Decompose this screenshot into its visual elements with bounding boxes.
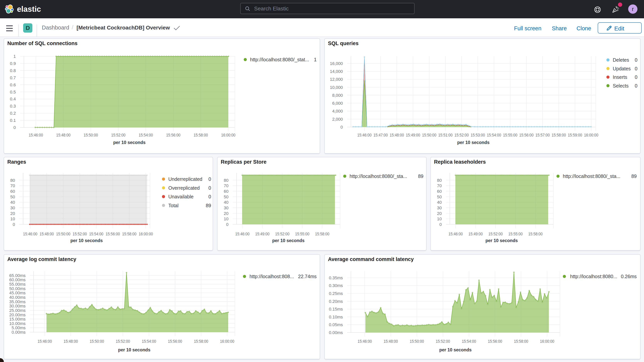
svg-text:55.00ms: 55.00ms: [9, 282, 26, 287]
svg-text:16,000: 16,000: [330, 61, 343, 66]
svg-text:0: 0: [14, 125, 16, 130]
svg-text:per 10 seconds: per 10 seconds: [457, 140, 489, 145]
svg-text:Ranges: Ranges: [7, 159, 26, 165]
svg-text:15:56:00: 15:56:00: [168, 339, 182, 344]
svg-text:Replicas per Store: Replicas per Store: [221, 159, 266, 165]
svg-text:15:52:00: 15:52:00: [436, 339, 450, 344]
svg-text:15:52:00: 15:52:00: [116, 339, 130, 344]
svg-text:15:46:00: 15:46:00: [29, 132, 43, 138]
svg-text:15:46:00: 15:46:00: [358, 339, 372, 344]
svg-text:12,000: 12,000: [330, 77, 343, 82]
svg-text:15:49:00: 15:49:00: [255, 232, 270, 236]
svg-text:15:52:00: 15:52:00: [454, 132, 469, 138]
svg-text:0.9: 0.9: [10, 61, 16, 66]
svg-text:25.00ms: 25.00ms: [9, 308, 26, 313]
svg-text:http://localhost:8080/_sta...: http://localhost:8080/_sta...: [563, 174, 620, 179]
svg-text:0: 0: [440, 222, 442, 227]
svg-text:0: 0: [226, 222, 228, 227]
svg-text:60: 60: [224, 189, 228, 194]
svg-text:per 10 seconds: per 10 seconds: [439, 347, 472, 352]
svg-text:15:56:00: 15:56:00: [166, 132, 180, 138]
svg-text:15:54:00: 15:54:00: [89, 232, 103, 236]
svg-text:Updates: Updates: [613, 66, 631, 71]
svg-text:0.3: 0.3: [10, 104, 16, 108]
svg-text:15:58:00: 15:58:00: [194, 339, 208, 344]
svg-text:0: 0: [208, 194, 211, 199]
svg-text:0: 0: [340, 125, 343, 130]
svg-text:15:50:00: 15:50:00: [422, 132, 436, 138]
svg-text:0.2: 0.2: [10, 111, 16, 116]
svg-text:15:46:00: 15:46:00: [38, 339, 52, 344]
svg-text:16:00:00: 16:00:00: [139, 232, 153, 236]
svg-text:0.5: 0.5: [10, 90, 16, 94]
svg-text:0.10ms: 0.10ms: [329, 314, 343, 320]
svg-text:Average log commit latency: Average log commit latency: [7, 256, 76, 262]
svg-text:0.4: 0.4: [10, 96, 16, 102]
svg-text:4,000: 4,000: [332, 109, 343, 114]
svg-text:15:59:00: 15:59:00: [568, 132, 582, 138]
svg-text:15:58:00: 15:58:00: [122, 232, 136, 236]
svg-text:15:54:00: 15:54:00: [142, 339, 156, 344]
svg-text:0: 0: [208, 176, 211, 182]
svg-text:60: 60: [10, 189, 15, 194]
svg-text:15:56:00: 15:56:00: [519, 132, 534, 138]
svg-text:70: 70: [437, 183, 442, 188]
svg-text:16:00:00: 16:00:00: [221, 132, 236, 138]
svg-text:0.30ms: 0.30ms: [329, 283, 343, 288]
svg-text:0: 0: [208, 185, 211, 191]
svg-text:Inserts: Inserts: [613, 74, 627, 80]
svg-text:http://localhost:8080/_sta...: http://localhost:8080/_sta...: [350, 174, 407, 179]
svg-text:20: 20: [10, 211, 15, 216]
svg-text:15:55:00: 15:55:00: [508, 232, 523, 236]
svg-text:per 10 seconds: per 10 seconds: [70, 238, 102, 243]
svg-text:Total: Total: [168, 203, 178, 208]
svg-text:15:46:00: 15:46:00: [235, 232, 250, 236]
svg-text:SQL queries: SQL queries: [328, 40, 359, 46]
svg-text:15:58:00: 15:58:00: [552, 132, 566, 138]
svg-text:0.26ms: 0.26ms: [621, 274, 637, 279]
svg-text:30: 30: [437, 206, 442, 210]
svg-text:60: 60: [437, 189, 442, 194]
svg-text:15:47:00: 15:47:00: [374, 132, 388, 138]
svg-text:10: 10: [437, 216, 442, 221]
svg-text:15:52:00: 15:52:00: [275, 232, 290, 236]
svg-text:15:55:00: 15:55:00: [503, 132, 517, 138]
svg-text:50: 50: [437, 194, 442, 199]
svg-text:15:56:00: 15:56:00: [106, 232, 120, 236]
svg-text:40.00ms: 40.00ms: [9, 295, 26, 300]
svg-text:15:48:00: 15:48:00: [56, 132, 70, 138]
svg-text:15.00ms: 15.00ms: [9, 317, 26, 322]
svg-text:14,000: 14,000: [330, 69, 343, 74]
svg-text:16:00:00: 16:00:00: [584, 132, 598, 138]
svg-text:15:46:00: 15:46:00: [448, 232, 463, 236]
svg-text:50.00ms: 50.00ms: [9, 286, 26, 291]
svg-text:40: 40: [224, 200, 228, 205]
svg-text:8,000: 8,000: [332, 93, 343, 98]
svg-text:0.05ms: 0.05ms: [329, 322, 343, 327]
svg-text:0.15ms: 0.15ms: [329, 307, 343, 312]
svg-text:15:49:00: 15:49:00: [406, 132, 420, 138]
svg-text:0.25ms: 0.25ms: [329, 291, 343, 296]
svg-text:0.00ms: 0.00ms: [12, 330, 26, 335]
svg-text:0.7: 0.7: [10, 75, 16, 80]
svg-text:0: 0: [635, 83, 638, 88]
svg-text:0.1: 0.1: [10, 118, 16, 123]
svg-text:70: 70: [10, 183, 15, 188]
svg-text:10: 10: [224, 216, 228, 221]
svg-text:15:48:00: 15:48:00: [384, 339, 398, 344]
svg-text:0: 0: [635, 57, 638, 63]
svg-text:0.8: 0.8: [10, 68, 16, 73]
svg-text:89: 89: [631, 174, 637, 179]
svg-text:30: 30: [224, 206, 228, 210]
svg-text:per 10 seconds: per 10 seconds: [113, 140, 146, 145]
svg-text:22.74ms: 22.74ms: [298, 274, 316, 279]
svg-text:16:00:00: 16:00:00: [540, 339, 554, 344]
svg-text:15:58:00: 15:58:00: [514, 339, 528, 344]
svg-text:89: 89: [418, 174, 424, 179]
svg-text:Number of SQL connections: Number of SQL connections: [7, 40, 78, 46]
svg-text:2,000: 2,000: [332, 117, 343, 122]
svg-text:60.00ms: 60.00ms: [9, 278, 26, 282]
svg-text:15:52:00: 15:52:00: [73, 232, 87, 236]
svg-text:30.00ms: 30.00ms: [9, 304, 26, 308]
svg-text:15:50:00: 15:50:00: [84, 132, 98, 138]
